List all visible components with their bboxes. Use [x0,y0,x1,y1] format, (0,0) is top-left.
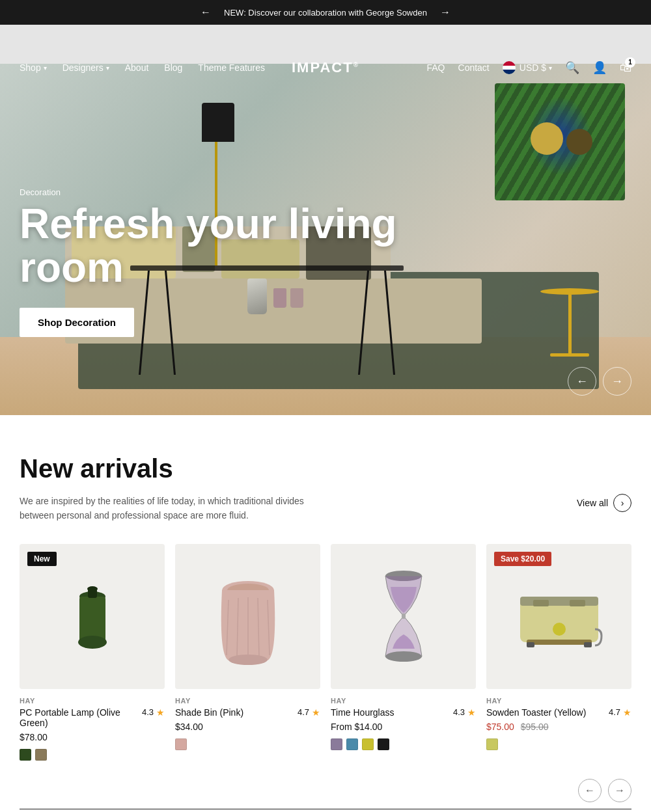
nav-theme-features[interactable]: Theme Features [198,62,265,73]
product-card: Save $20.00 [486,544,631,761]
product-name-row-1: PC Portable Lamp (Olive Green) 4.3 ★ [20,707,165,728]
section-description: We are inspired by the realities of life… [20,494,332,523]
nav-shop[interactable]: Shop ▾ [20,62,47,73]
nav-currency[interactable]: USD $ ▾ [503,61,552,74]
swatch[interactable] [378,738,389,750]
product-image-2[interactable] [175,544,320,689]
product-rating-3: 4.3 ★ [453,707,476,718]
account-icon[interactable]: 👤 [592,61,607,75]
hero-prev-button[interactable]: ← [568,367,596,396]
star-icon-2: ★ [312,707,320,718]
swatch[interactable] [175,738,187,750]
hero-next-button[interactable]: → [603,367,631,396]
swatch[interactable] [20,749,31,761]
product-rating-4: 4.7 ★ [609,707,631,718]
cart-icon[interactable]: 🛍 1 [620,61,631,75]
product-price-2: $34.00 [175,722,320,732]
nav-blog[interactable]: Blog [164,62,182,73]
product-rating-1: 4.3 ★ [142,707,165,718]
product-card: New HA [20,544,165,761]
side-table-leg [568,295,572,353]
product-name-row-4: Sowden Toaster (Yellow) 4.7 ★ [486,707,631,718]
product-image-wrap-2 [175,544,320,689]
product-image-wrap-3 [331,544,476,689]
designers-chevron-icon: ▾ [106,64,109,72]
nav-left: Shop ▾ Designers ▾ About Blog Theme Feat… [20,62,265,73]
hero-arrows: ← → [568,367,631,396]
artwork-coin2 [566,129,592,155]
shop-chevron-icon: ▾ [44,64,47,72]
sale-price: $75.00 [486,722,514,732]
announcement-next-button[interactable]: → [440,7,450,18]
svg-point-4 [87,586,98,591]
product-image-wrap-4: Save $20.00 [486,544,631,689]
swatch[interactable] [35,749,47,761]
color-swatches-4 [486,738,631,750]
product-brand-2: HAY [175,697,320,705]
color-swatches-3 [331,738,476,750]
nav-designers[interactable]: Designers ▾ [62,62,109,73]
view-all-link[interactable]: View all › [577,494,631,512]
rating-value-1: 4.3 [142,707,154,717]
product-name-row-3: Time Hourglass 4.3 ★ [331,707,476,718]
artwork-inner [495,83,625,200]
currency-chevron-icon: ▾ [549,64,552,72]
hero-artwork [495,83,625,200]
svg-rect-1 [79,597,105,642]
grid-next-button[interactable]: → [608,779,631,802]
svg-point-12 [229,655,268,665]
nav-right: FAQ Contact USD $ ▾ 🔍 👤 🛍 1 [427,61,632,75]
product-name-row-2: Shade Bin (Pink) 4.7 ★ [175,707,320,718]
swatch[interactable] [346,738,358,750]
product-name-2: Shade Bin (Pink) [175,707,298,718]
nav-faq[interactable]: FAQ [427,62,445,73]
svg-rect-16 [520,600,598,642]
hero-section: Decoration Refresh your living room Shop… [0,64,651,415]
product-brand-1: HAY [20,697,165,705]
side-table-base [550,353,589,357]
nav-center: IMPACT® [292,59,359,76]
announcement-prev-button[interactable]: ← [201,7,211,18]
svg-rect-23 [584,642,592,647]
swatch[interactable] [331,738,342,750]
announcement-bar: ← NEW: Discover our collaboration with G… [0,0,651,25]
product-name-1: PC Portable Lamp (Olive Green) [20,707,142,728]
grid-nav: ← → [20,779,631,809]
product-badge-new: New [27,552,57,566]
svg-rect-19 [570,600,585,606]
main-nav: Shop ▾ Designers ▾ About Blog Theme Feat… [0,48,651,87]
lamp-head [202,103,234,142]
swatch[interactable] [486,738,498,750]
nav-contact[interactable]: Contact [458,62,490,73]
product-grid: New HA [20,544,631,761]
product-image-wrap-1: New [20,544,165,689]
section-desc-row: We are inspired by the realities of life… [20,494,631,523]
view-all-arrow-icon: › [613,494,631,512]
svg-point-2 [78,636,107,649]
search-icon[interactable]: 🔍 [565,61,579,75]
star-icon-4: ★ [623,707,631,718]
product-badge-save: Save $20.00 [494,552,551,566]
product-image-3[interactable] [331,544,476,689]
color-swatches-1 [20,749,165,761]
rating-value-3: 4.3 [453,707,465,717]
shop-decoration-button[interactable]: Shop Decoration [20,308,134,337]
swatch[interactable] [362,738,374,750]
svg-rect-17 [520,597,598,606]
nav-about[interactable]: About [125,62,149,73]
hero-title: Refresh your living room [20,202,397,290]
side-table-top [540,288,599,295]
view-all-text: View all [577,498,608,508]
rating-value-4: 4.7 [609,707,620,717]
site-logo[interactable]: IMPACT® [292,59,359,75]
product-brand-4: HAY [486,697,631,705]
product-card: HAY Shade Bin (Pink) 4.7 ★ $34.00 [175,544,320,761]
svg-point-14 [385,651,422,662]
hero-label: Decoration [20,187,397,197]
svg-rect-18 [533,600,549,606]
product-rating-2: 4.7 ★ [298,707,320,718]
grid-prev-button[interactable]: ← [578,779,602,802]
svg-point-21 [553,623,566,636]
product-price-1: $78.00 [20,732,165,742]
product-card: HAY Time Hourglass 4.3 ★ From $14.00 [331,544,476,761]
